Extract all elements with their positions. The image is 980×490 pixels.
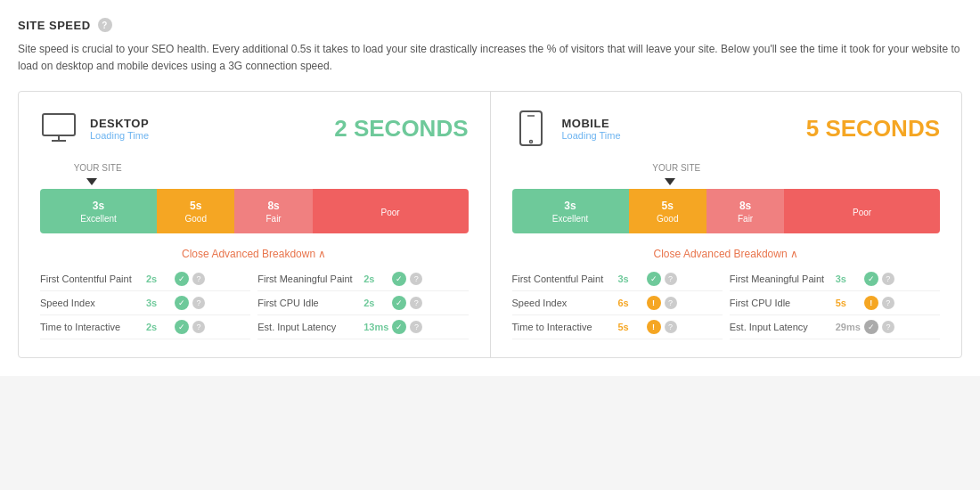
desktop-si-value: 3s (146, 298, 171, 308)
mobile-loading-time: 5 SECONDS (806, 115, 940, 143)
mobile-device-info: MOBILE Loading Time (562, 117, 621, 141)
mobile-metric-fmp: First Meaningful Paint 3s ✓ ? (730, 267, 940, 291)
mobile-si-value: 6s (618, 298, 643, 308)
desktop-speed-bar-container: YOUR SITE 3sExcellent 5sGood 8sFair Poor (40, 163, 469, 233)
svg-point-5 (529, 141, 532, 143)
desktop-arrow (86, 178, 97, 185)
desktop-arrow-row (40, 175, 469, 189)
mobile-metric-fcp: First Contentful Paint 3s ✓ ? (512, 267, 723, 291)
desktop-breakdown-toggle[interactable]: Close Advanced Breakdown ∧ (40, 248, 469, 260)
desktop-bar-poor: Poor (313, 189, 469, 233)
desktop-fci-info[interactable]: ? (410, 297, 422, 309)
mobile-fcp-name: First Contentful Paint (512, 274, 615, 284)
page-container: SITE SPEED ? Site speed is crucial to yo… (0, 0, 980, 376)
panels-container: DESKTOP Loading Time 2 SECONDS YOUR SITE… (18, 91, 962, 358)
mobile-metric-row-0: First Contentful Paint 3s ✓ ? Speed Inde… (512, 267, 723, 339)
mobile-bar-fair: 8sFair (706, 189, 784, 233)
desktop-metric-fci: First CPU Idle 2s ✓ ? (257, 291, 468, 315)
mobile-speed-bar-container: YOUR SITE 3sExcellent 5sGood 8sFair Poor (512, 163, 941, 233)
desktop-fmp-name: First Meaningful Paint (257, 274, 360, 284)
mobile-si-info[interactable]: ? (665, 297, 677, 309)
mobile-fmp-status: ✓ (864, 272, 878, 286)
mobile-your-site-label: YOUR SITE (652, 163, 940, 173)
desktop-fcp-info[interactable]: ? (192, 273, 205, 285)
desktop-fcp-status: ✓ (175, 272, 189, 286)
desktop-metric-si: Speed Index 3s ✓ ? (40, 291, 250, 315)
desktop-bar-fair: 8sFair (234, 189, 312, 233)
mobile-bar-good: 5sGood (629, 189, 706, 233)
desktop-eil-status: ✓ (392, 320, 406, 334)
desktop-fci-status: ✓ (392, 296, 406, 310)
desktop-icon (40, 110, 78, 147)
desktop-metric-eil: Est. Input Latency 13ms ✓ ? (257, 315, 468, 339)
mobile-fmp-name: First Meaningful Paint (730, 274, 832, 284)
mobile-fcp-info[interactable]: ? (665, 273, 677, 285)
mobile-fci-status: ! (864, 296, 878, 310)
mobile-eil-info[interactable]: ? (882, 321, 894, 333)
desktop-metrics-grid: First Contentful Paint 2s ✓ ? Speed Inde… (40, 267, 469, 339)
mobile-fcp-status: ✓ (647, 272, 661, 286)
mobile-icon (512, 110, 550, 147)
desktop-panel: DESKTOP Loading Time 2 SECONDS YOUR SITE… (19, 92, 491, 357)
desktop-loading-label: Loading Time (90, 130, 149, 141)
mobile-loading-label: Loading Time (562, 130, 621, 141)
section-title-text: SITE SPEED (18, 19, 91, 32)
desktop-eil-value: 13ms (363, 322, 388, 332)
desktop-eil-info[interactable]: ? (410, 321, 422, 333)
desktop-si-info[interactable]: ? (192, 297, 205, 309)
mobile-panel-header: MOBILE Loading Time 5 SECONDS (512, 110, 941, 147)
mobile-eil-name: Est. Input Latency (730, 322, 832, 332)
section-title-row: SITE SPEED ? (18, 18, 962, 32)
desktop-metric-row-1: First Meaningful Paint 2s ✓ ? First CPU … (257, 267, 468, 339)
desktop-tti-status: ✓ (175, 320, 189, 334)
mobile-si-status: ! (647, 296, 661, 310)
mobile-breakdown-toggle[interactable]: Close Advanced Breakdown ∧ (512, 248, 941, 260)
desktop-bar-good: 5sGood (157, 189, 234, 233)
mobile-tti-name: Time to Interactive (512, 322, 615, 332)
mobile-metrics-grid: First Contentful Paint 3s ✓ ? Speed Inde… (512, 267, 941, 339)
mobile-fcp-value: 3s (618, 274, 643, 284)
desktop-bar-excellent: 3sExcellent (40, 189, 157, 233)
desktop-metric-fmp: First Meaningful Paint 2s ✓ ? (257, 267, 468, 291)
mobile-bar-excellent: 3sExcellent (512, 189, 629, 233)
mobile-metric-row-1: First Meaningful Paint 3s ✓ ? First CPU … (730, 267, 940, 339)
desktop-metric-tti: Time to Interactive 2s ✓ ? (40, 315, 250, 339)
mobile-si-name: Speed Index (512, 298, 615, 308)
desktop-fmp-status: ✓ (392, 272, 406, 286)
mobile-tti-info[interactable]: ? (665, 321, 677, 333)
desktop-fci-name: First CPU Idle (257, 298, 360, 308)
mobile-metric-si: Speed Index 6s ! ? (512, 291, 723, 315)
mobile-metric-tti: Time to Interactive 5s ! ? (512, 315, 723, 339)
mobile-fmp-info[interactable]: ? (882, 273, 894, 285)
mobile-tti-status: ! (647, 320, 661, 334)
section-description: Site speed is crucial to your SEO health… (18, 41, 962, 75)
desktop-your-site-label: YOUR SITE (74, 163, 469, 173)
desktop-tti-info[interactable]: ? (192, 321, 205, 333)
desktop-metric-row-0: First Contentful Paint 2s ✓ ? Speed Inde… (40, 267, 250, 339)
mobile-fci-info[interactable]: ? (882, 297, 894, 309)
svg-rect-0 (43, 114, 75, 135)
desktop-si-status: ✓ (175, 296, 189, 310)
desktop-eil-name: Est. Input Latency (257, 322, 360, 332)
mobile-fci-value: 5s (836, 298, 861, 308)
desktop-fcp-name: First Contentful Paint (40, 274, 143, 284)
mobile-metric-fci: First CPU Idle 5s ! ? (730, 291, 940, 315)
mobile-fmp-value: 3s (836, 274, 861, 284)
desktop-fmp-info[interactable]: ? (410, 273, 422, 285)
mobile-bar-poor: Poor (784, 189, 940, 233)
section-help-icon[interactable]: ? (98, 18, 112, 32)
mobile-device-name: MOBILE (562, 117, 621, 130)
desktop-tti-name: Time to Interactive (40, 322, 143, 332)
desktop-device-name: DESKTOP (90, 117, 149, 130)
desktop-si-name: Speed Index (40, 298, 143, 308)
mobile-tti-value: 5s (618, 322, 643, 332)
desktop-device-info: DESKTOP Loading Time (90, 117, 149, 141)
desktop-fmp-value: 2s (363, 274, 388, 284)
desktop-speed-bar: 3sExcellent 5sGood 8sFair Poor (40, 189, 469, 233)
desktop-fci-value: 2s (363, 298, 388, 308)
mobile-panel: MOBILE Loading Time 5 SECONDS YOUR SITE … (491, 92, 962, 357)
desktop-panel-header: DESKTOP Loading Time 2 SECONDS (40, 110, 469, 147)
mobile-fci-name: First CPU Idle (730, 298, 832, 308)
desktop-metric-fcp: First Contentful Paint 2s ✓ ? (40, 267, 250, 291)
mobile-metric-eil: Est. Input Latency 29ms ✓ ? (730, 315, 940, 339)
